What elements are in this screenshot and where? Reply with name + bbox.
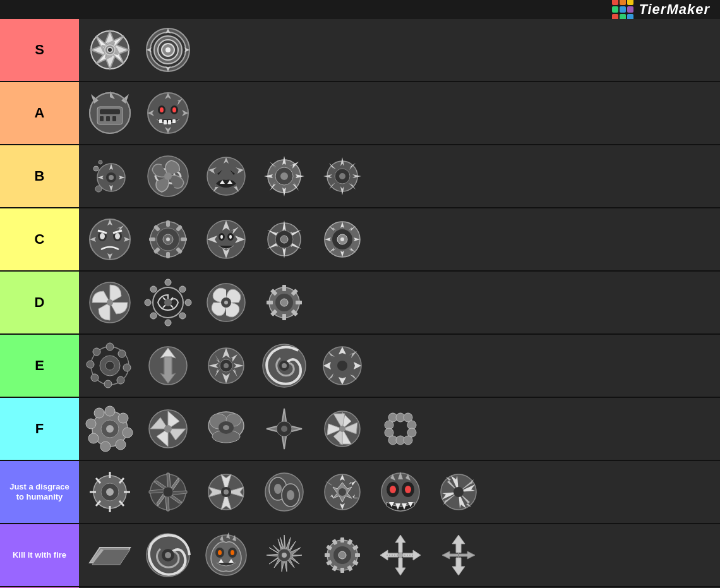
svg-point-291: [339, 488, 346, 496]
svg-rect-334: [340, 537, 344, 543]
list-item[interactable]: [198, 337, 255, 394]
svg-point-52: [95, 186, 102, 192]
list-item[interactable]: [256, 527, 313, 584]
svg-point-145: [179, 286, 186, 292]
logo-text: TierMaker: [639, 1, 710, 18]
list-item[interactable]: [256, 464, 313, 520]
svg-marker-355: [452, 558, 465, 575]
svg-point-171: [123, 364, 131, 371]
svg-point-10: [107, 47, 112, 52]
list-item[interactable]: [140, 274, 196, 331]
svg-point-231: [281, 426, 287, 432]
svg-point-141: [340, 237, 344, 241]
list-item[interactable]: [314, 464, 371, 520]
svg-point-175: [87, 361, 94, 368]
svg-rect-164: [267, 301, 273, 304]
list-item[interactable]: [140, 337, 196, 394]
list-item[interactable]: [430, 464, 487, 520]
list-item[interactable]: [198, 148, 255, 205]
list-item[interactable]: [140, 21, 196, 78]
list-item[interactable]: [140, 464, 196, 520]
svg-rect-162: [282, 314, 286, 320]
list-item[interactable]: [314, 148, 371, 205]
list-item[interactable]: [314, 527, 371, 584]
svg-point-110: [166, 237, 170, 241]
svg-point-75: [280, 172, 288, 180]
list-item[interactable]: [198, 464, 255, 520]
list-item[interactable]: [81, 148, 138, 205]
svg-point-40: [172, 107, 176, 112]
tier-row-fire: Kill it with fire: [0, 524, 720, 587]
svg-rect-102: [181, 237, 187, 241]
list-item[interactable]: [256, 337, 313, 394]
list-item[interactable]: [198, 274, 255, 331]
svg-marker-349: [395, 558, 405, 575]
list-item[interactable]: [140, 527, 196, 584]
svg-point-56: [164, 172, 172, 180]
svg-rect-104: [166, 252, 170, 258]
list-item[interactable]: [314, 400, 371, 457]
tier-row-b: B: [0, 145, 720, 208]
list-item[interactable]: [81, 21, 138, 78]
list-item[interactable]: [81, 400, 138, 457]
list-item[interactable]: [430, 527, 487, 584]
list-item[interactable]: [140, 148, 196, 205]
header: TierMaker: [0, 0, 720, 19]
svg-point-174: [91, 374, 99, 381]
svg-rect-42: [164, 120, 167, 124]
svg-rect-160: [296, 301, 302, 304]
list-item[interactable]: [81, 527, 138, 584]
svg-point-16: [165, 47, 171, 52]
list-item[interactable]: [314, 337, 371, 394]
list-item[interactable]: [256, 211, 313, 268]
list-item[interactable]: [198, 211, 255, 268]
tier-items-c: [79, 208, 720, 270]
list-item[interactable]: [81, 337, 138, 394]
svg-point-211: [100, 441, 111, 452]
svg-point-95: [100, 233, 105, 239]
tier-label-b: B: [0, 145, 79, 207]
svg-point-170: [118, 350, 126, 357]
svg-point-249: [404, 436, 412, 445]
logo-cell-1: [612, 0, 618, 5]
logo-cell-3: [627, 0, 633, 5]
svg-point-353: [398, 553, 403, 558]
list-item[interactable]: [198, 527, 255, 584]
list-item[interactable]: [140, 85, 196, 141]
svg-point-119: [220, 235, 223, 239]
list-item[interactable]: [140, 211, 196, 268]
list-item[interactable]: [81, 211, 138, 268]
svg-rect-343: [325, 553, 330, 557]
tier-items-e: [79, 335, 720, 397]
svg-rect-41: [159, 119, 162, 123]
list-item[interactable]: [314, 211, 371, 268]
list-item[interactable]: [198, 400, 255, 457]
tier-label-fire: Kill it with fire: [0, 524, 79, 586]
svg-point-327: [231, 550, 234, 555]
list-item[interactable]: [372, 527, 429, 584]
list-item[interactable]: [372, 400, 429, 457]
svg-rect-340: [340, 568, 344, 573]
svg-point-173: [104, 380, 112, 388]
svg-rect-100: [166, 220, 170, 227]
svg-point-50: [93, 166, 99, 171]
svg-point-214: [94, 408, 104, 418]
list-item[interactable]: [256, 274, 313, 331]
list-item[interactable]: [81, 274, 138, 331]
logo: TierMaker: [612, 0, 710, 20]
list-item[interactable]: [256, 148, 313, 205]
svg-point-270: [163, 487, 173, 497]
logo-cell-4: [612, 6, 618, 13]
svg-point-313: [453, 487, 464, 497]
tier-label-s: S: [0, 19, 79, 81]
svg-point-129: [280, 236, 288, 243]
list-item[interactable]: [140, 400, 196, 457]
svg-point-144: [165, 279, 171, 285]
list-item[interactable]: [81, 464, 138, 520]
tier-row-s: S: [0, 19, 720, 82]
list-item[interactable]: [256, 400, 313, 457]
svg-point-54: [109, 175, 114, 180]
list-item[interactable]: [81, 85, 138, 141]
list-item[interactable]: [372, 464, 429, 520]
svg-point-87: [90, 219, 130, 260]
